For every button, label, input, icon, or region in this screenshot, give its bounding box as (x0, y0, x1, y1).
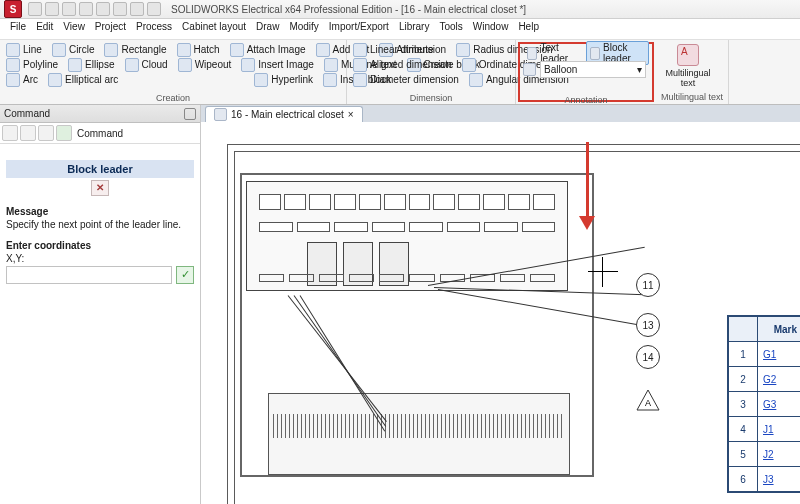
tool-aligned-dimension[interactable]: Aligned dimension (351, 57, 454, 72)
balloon-14: 14 (636, 345, 660, 369)
document-tab[interactable]: 16 - Main electrical closet × (205, 106, 363, 122)
message-heading: Message (6, 206, 194, 217)
pcb-assembly (246, 181, 568, 291)
tool-insert-image[interactable]: Insert Image (239, 57, 316, 72)
bom-table: MarkRefere 1G1PSP24-2 2G2PSP24-2 3G3PSP2… (727, 315, 800, 493)
tool-hyperlink[interactable]: Hyperlink (252, 72, 315, 87)
menu-bar[interactable]: File Edit View Project Process Cabinet l… (0, 19, 800, 40)
group-annotation: Annotation (523, 95, 649, 105)
play-icon[interactable] (56, 125, 72, 141)
panel-tab-command[interactable]: Command (77, 128, 123, 139)
balloon-icon (523, 63, 536, 76)
tool-polyline[interactable]: Polyline (4, 57, 60, 72)
chevron-down-icon: ▾ (637, 64, 642, 75)
tool-linear-dimension[interactable]: Linear dimension (351, 42, 448, 57)
group-creation: Creation (4, 93, 342, 103)
menu-import-export[interactable]: Import/Export (329, 21, 389, 37)
cancel-button[interactable]: ✕ (91, 180, 109, 196)
panel-tab-icon[interactable] (38, 125, 54, 141)
mark-link[interactable]: J1 (763, 424, 774, 435)
tool-multilingual-text[interactable]: Multilingual text (660, 42, 716, 90)
balloon-13: 13 (636, 313, 660, 337)
group-multilingual: Multilingual text (660, 92, 724, 102)
menu-project[interactable]: Project (95, 21, 126, 37)
panel-tab-icon[interactable] (2, 125, 18, 141)
menu-cabinet-layout[interactable]: Cabinet layout (182, 21, 246, 37)
tool-line[interactable]: Line (4, 42, 44, 57)
tool-wipeout[interactable]: Wipeout (176, 57, 234, 72)
coordinates-heading: Enter coordinates (6, 240, 194, 251)
menu-edit[interactable]: Edit (36, 21, 53, 37)
mark-link[interactable]: J2 (763, 449, 774, 460)
menu-tools[interactable]: Tools (439, 21, 462, 37)
doc-icon (214, 108, 227, 121)
group-dimension: Dimension (351, 93, 511, 103)
command-title: Block leader (6, 160, 194, 178)
ribbon: Line Circle Rectangle Hatch Attach Image… (0, 40, 800, 105)
tool-diameter-dimension[interactable]: Diameter dimension (351, 72, 461, 87)
window-title: SOLIDWORKS Electrical x64 Professional E… (171, 4, 526, 15)
cursor-crosshair (588, 257, 618, 287)
menu-draw[interactable]: Draw (256, 21, 279, 37)
balloon-dropdown[interactable]: Balloon▾ (540, 61, 646, 78)
drawing-canvas[interactable]: 11 13 14 A MarkRefere 1G1PSP24-2 2G2PSP2… (201, 122, 800, 504)
pin-icon[interactable] (184, 108, 196, 120)
menu-window[interactable]: Window (473, 21, 509, 37)
menu-modify[interactable]: Modify (289, 21, 318, 37)
command-panel-title: Command (4, 108, 50, 119)
tool-arc[interactable]: Arc (4, 72, 40, 87)
mark-link[interactable]: G3 (763, 399, 776, 410)
annotation-arrow (581, 142, 593, 232)
menu-process[interactable]: Process (136, 21, 172, 37)
coordinates-label: X,Y: (6, 253, 24, 264)
quick-access-toolbar[interactable] (28, 2, 161, 16)
tool-attach-image[interactable]: Attach Image (228, 42, 308, 57)
tool-elliptical-arc[interactable]: Elliptical arc (46, 72, 120, 87)
menu-help[interactable]: Help (518, 21, 539, 37)
din-rail-assembly (268, 393, 570, 475)
menu-file[interactable]: File (10, 21, 26, 37)
svg-text:A: A (645, 398, 651, 408)
mark-link[interactable]: J3 (763, 474, 774, 485)
balloon-11: 11 (636, 273, 660, 297)
menu-library[interactable]: Library (399, 21, 430, 37)
panel-tab-icon[interactable] (20, 125, 36, 141)
tool-cloud[interactable]: Cloud (123, 57, 170, 72)
mark-link[interactable]: G2 (763, 374, 776, 385)
mark-link[interactable]: G1 (763, 349, 776, 360)
confirm-button[interactable]: ✓ (176, 266, 194, 284)
tool-hatch[interactable]: Hatch (175, 42, 222, 57)
sheet-border: 11 13 14 A MarkRefere 1G1PSP24-2 2G2PSP2… (227, 144, 800, 504)
tool-rectangle[interactable]: Rectangle (102, 42, 168, 57)
app-logo: S (4, 0, 22, 18)
tool-circle[interactable]: Circle (50, 42, 97, 57)
tool-ellipse[interactable]: Ellipse (66, 57, 116, 72)
message-text: Specify the next point of the leader lin… (6, 219, 181, 230)
close-icon[interactable]: × (348, 109, 354, 120)
coordinates-input[interactable] (6, 266, 172, 284)
balloon-triangle-a: A (636, 389, 660, 411)
menu-view[interactable]: View (63, 21, 85, 37)
